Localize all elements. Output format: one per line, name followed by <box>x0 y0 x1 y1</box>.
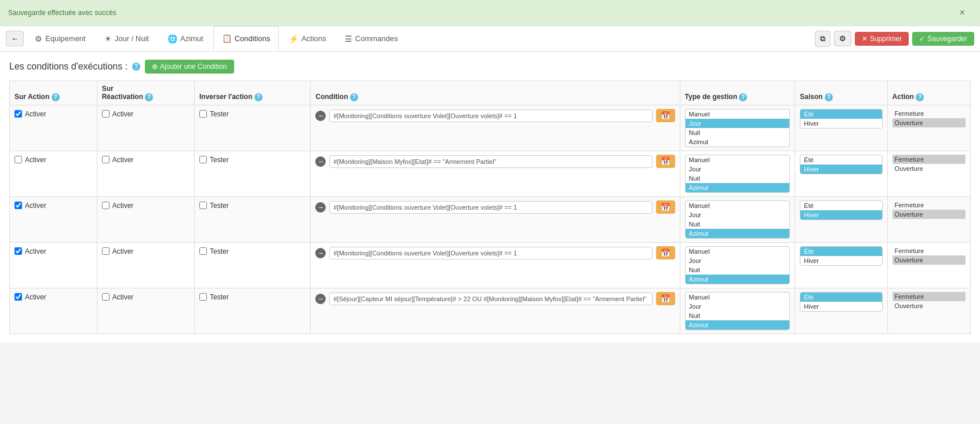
saison-help[interactable]: ? <box>825 93 833 101</box>
type-gestion-help[interactable]: ? <box>739 93 747 101</box>
sur-reactivation-checkbox-3[interactable] <box>102 247 110 255</box>
sur-action-checkbox-2[interactable] <box>14 202 22 209</box>
saison-option-été-4[interactable]: Été <box>800 293 881 302</box>
inverser-checkbox-2[interactable] <box>199 202 207 209</box>
saison-option-hiver-0[interactable]: Hiver <box>800 119 881 128</box>
sur-action-checkbox-4[interactable] <box>14 293 22 301</box>
conditions-tab-label: Conditions <box>235 34 270 43</box>
action-option-ouverture-4[interactable]: Ouverture <box>892 301 966 310</box>
condition-input-3[interactable] <box>329 247 652 259</box>
type-gestion-option-azimut-3[interactable]: Azimut <box>686 275 790 284</box>
cell-condition-4: − 📅 <box>311 288 680 334</box>
condition-input-0[interactable] <box>329 109 652 122</box>
type-gestion-option-manuel-3[interactable]: Manuel <box>686 247 790 256</box>
condition-input-4[interactable] <box>329 293 652 305</box>
type-gestion-option-nuit-3[interactable]: Nuit <box>686 265 790 275</box>
inverser-checkbox-0[interactable] <box>199 110 207 118</box>
cell-sur-action-3: Activer <box>10 243 97 288</box>
type-gestion-option-nuit-4[interactable]: Nuit <box>686 311 790 320</box>
save-button[interactable]: ✓ Sauvegarder <box>912 32 974 46</box>
action-option-fermeture-3[interactable]: Fermeture <box>892 246 966 255</box>
type-gestion-option-jour-3[interactable]: Jour <box>686 256 790 265</box>
sur-reactivation-checkbox-2[interactable] <box>102 202 110 209</box>
tab-conditions[interactable]: 📋Conditions <box>213 26 279 51</box>
saison-option-été-1[interactable]: Été <box>800 155 881 165</box>
sur-reactivation-checkbox-4[interactable] <box>102 293 110 301</box>
saison-option-hiver-3[interactable]: Hiver <box>800 256 881 265</box>
sur-action-help[interactable]: ? <box>52 93 60 101</box>
back-button[interactable]: ← <box>6 31 24 46</box>
section-help-icon[interactable]: ? <box>132 63 140 71</box>
type-gestion-option-nuit-2[interactable]: Nuit <box>686 220 790 229</box>
action-help[interactable]: ? <box>916 93 924 101</box>
inverser-label-2: Tester <box>210 202 229 210</box>
type-gestion-option-manuel-1[interactable]: Manuel <box>686 155 790 165</box>
remove-condition-button-4[interactable]: − <box>315 294 326 304</box>
action-option-fermeture-0[interactable]: Fermeture <box>892 109 966 118</box>
action-option-fermeture-4[interactable]: Fermeture <box>892 292 966 301</box>
tab-commandes[interactable]: ☰Commandes <box>336 26 407 51</box>
type-gestion-option-azimut-2[interactable]: Azimut <box>686 229 790 238</box>
type-gestion-option-azimut-4[interactable]: Azimut <box>686 320 790 330</box>
type-gestion-option-manuel-4[interactable]: Manuel <box>686 293 790 302</box>
remove-condition-button-1[interactable]: − <box>315 156 326 167</box>
remove-condition-button-2[interactable]: − <box>315 202 326 213</box>
cell-inverser-4: Tester <box>194 288 311 334</box>
calendar-button-3[interactable]: 📅 <box>656 246 675 259</box>
type-gestion-option-azimut-0[interactable]: Azimut <box>686 137 790 147</box>
action-option-ouverture-1[interactable]: Ouverture <box>892 164 966 173</box>
saison-option-hiver-1[interactable]: Hiver <box>800 165 881 174</box>
tab-jour-nuit[interactable]: ☀Jour / Nuit <box>96 26 158 51</box>
type-gestion-option-jour-4[interactable]: Jour <box>686 302 790 311</box>
saison-option-été-2[interactable]: Été <box>800 201 881 210</box>
inverser-checkbox-3[interactable] <box>199 247 207 255</box>
sur-action-checkbox-3[interactable] <box>14 247 22 255</box>
condition-input-2[interactable] <box>329 201 652 214</box>
sur-reactivation-checkbox-0[interactable] <box>102 110 110 118</box>
close-success-button[interactable]: × <box>953 5 972 21</box>
action-option-ouverture-0[interactable]: Ouverture <box>892 118 966 127</box>
sur-reactivation-help[interactable]: ? <box>145 93 153 101</box>
calendar-button-1[interactable]: 📅 <box>656 155 675 168</box>
action-option-fermeture-1[interactable]: Fermeture <box>892 155 966 164</box>
action-option-ouverture-3[interactable]: Ouverture <box>892 255 966 265</box>
calendar-button-2[interactable]: 📅 <box>656 200 675 214</box>
calendar-button-0[interactable]: 📅 <box>656 109 675 122</box>
sur-action-checkbox-1[interactable] <box>14 156 22 163</box>
add-condition-button[interactable]: ⊕ Ajouter une Condition <box>145 60 234 74</box>
type-gestion-option-nuit-1[interactable]: Nuit <box>686 174 790 183</box>
type-gestion-option-jour-0[interactable]: Jour <box>686 119 790 128</box>
type-gestion-option-jour-1[interactable]: Jour <box>686 165 790 174</box>
type-gestion-option-manuel-0[interactable]: Manuel <box>686 109 790 119</box>
table-header-row: Sur Action ? SurRéactivation ? Inverser … <box>10 81 971 105</box>
sur-action-checkbox-0[interactable] <box>14 110 22 118</box>
sur-reactivation-checkbox-1[interactable] <box>102 156 110 163</box>
action-option-ouverture-2[interactable]: Ouverture <box>892 210 966 219</box>
inverser-checkbox-1[interactable] <box>199 156 207 163</box>
saison-option-hiver-4[interactable]: Hiver <box>800 302 881 311</box>
cell-sur-reactivation-3: Activer <box>97 243 194 288</box>
copy-button[interactable]: ⧉ <box>815 31 830 47</box>
sur-action-label-3: Activer <box>25 247 46 255</box>
saison-option-été-0[interactable]: Été <box>800 109 881 119</box>
action-option-fermeture-2[interactable]: Fermeture <box>892 200 966 210</box>
type-gestion-option-manuel-2[interactable]: Manuel <box>686 201 790 210</box>
type-gestion-option-nuit-0[interactable]: Nuit <box>686 128 790 137</box>
condition-input-1[interactable] <box>329 155 652 168</box>
table-row: Activer Activer Tester − 📅 ManuelJourNui… <box>10 197 971 243</box>
tab-equipement[interactable]: ⚙Equipement <box>26 26 94 51</box>
condition-help[interactable]: ? <box>350 93 358 101</box>
type-gestion-option-jour-2[interactable]: Jour <box>686 210 790 220</box>
remove-condition-button-0[interactable]: − <box>315 111 326 121</box>
inverser-checkbox-4[interactable] <box>199 293 207 301</box>
inverser-help[interactable]: ? <box>254 93 263 101</box>
tab-azimut[interactable]: 🌐Azimut <box>159 26 212 51</box>
saison-option-été-3[interactable]: Été <box>800 247 881 256</box>
settings-button[interactable]: ⚙ <box>834 31 851 46</box>
type-gestion-option-azimut-1[interactable]: Azimut <box>686 183 790 192</box>
saison-option-hiver-2[interactable]: Hiver <box>800 210 881 220</box>
remove-condition-button-3[interactable]: − <box>315 248 326 258</box>
calendar-button-4[interactable]: 📅 <box>656 292 675 305</box>
delete-button[interactable]: ✕ Supprimer <box>855 32 909 46</box>
tab-actions[interactable]: ⚡Actions <box>280 26 335 51</box>
